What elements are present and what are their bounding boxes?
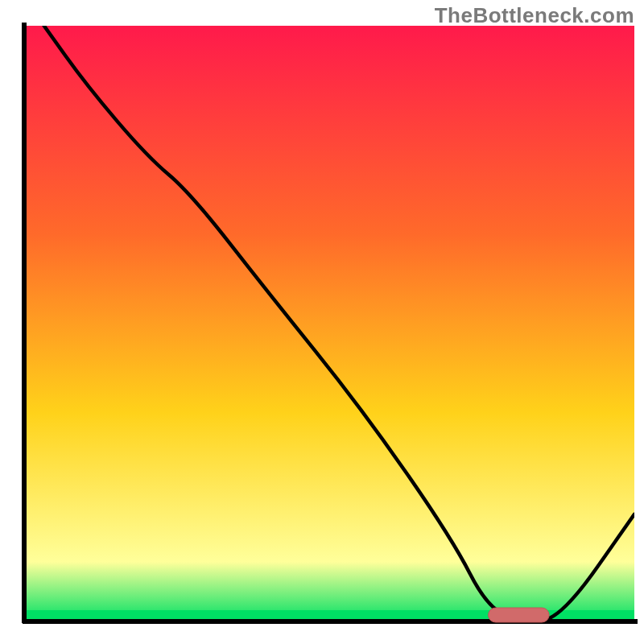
plot-background — [26, 26, 634, 621]
watermark-text: TheBottleneck.com — [435, 3, 634, 28]
chart-container: TheBottleneck.com — [0, 0, 644, 644]
optimal-marker — [489, 608, 550, 622]
chart-svg — [0, 0, 644, 644]
